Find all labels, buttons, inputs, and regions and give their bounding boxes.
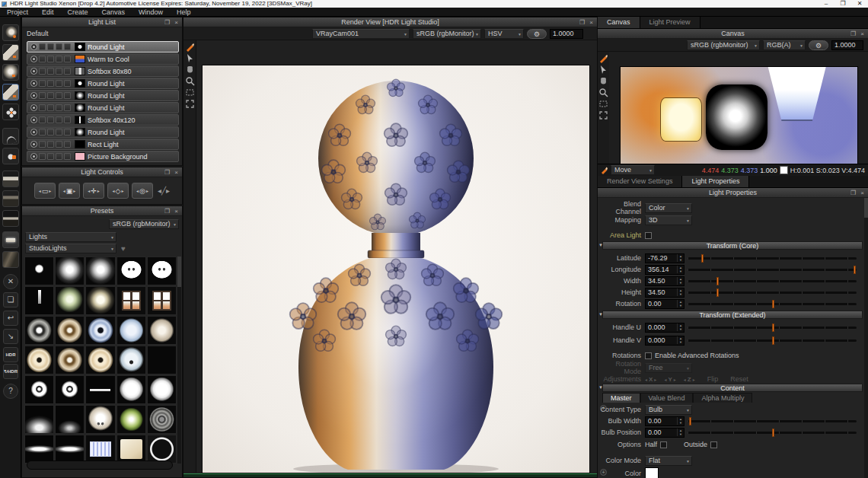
marquee-tool-icon[interactable]	[185, 88, 195, 97]
float-panel-icon[interactable]: ❐	[164, 169, 171, 176]
hdr-rotate-icon[interactable]: ↻HDR	[3, 364, 18, 379]
cursor-tool-icon[interactable]	[598, 65, 608, 75]
slider-handle[interactable]	[772, 323, 774, 332]
float-panel-icon[interactable]: ❐	[850, 190, 857, 196]
target-light-button[interactable]: ◂◎▸	[132, 183, 153, 199]
preset-thumbnail[interactable]	[55, 257, 85, 285]
spinner-icon[interactable]: ▲▼	[677, 417, 684, 425]
light-toggle-icon[interactable]	[47, 141, 54, 148]
light-list-row[interactable]: Warm to Cool	[27, 53, 179, 65]
transform-extended-section[interactable]: Transform (Extended)	[602, 311, 863, 319]
spinner-icon[interactable]: ▲▼	[677, 288, 684, 296]
presets-library-select[interactable]: StudioLights	[25, 244, 116, 253]
mapping-select[interactable]: 3D	[645, 215, 692, 225]
spinner-icon[interactable]: ▲▼	[677, 277, 684, 285]
close-panel-icon[interactable]: ×	[860, 190, 866, 196]
link-lights-icon[interactable]: ◂╱▸	[158, 186, 170, 195]
preset-thumbnail[interactable]	[55, 286, 85, 315]
canvas-exposure-value[interactable]: 1.0000	[832, 41, 863, 49]
light-toggle-icon[interactable]	[64, 129, 71, 135]
half-checkbox[interactable]	[660, 441, 667, 448]
preset-thumbnail[interactable]	[147, 346, 177, 374]
round-light-tool-icon[interactable]	[2, 24, 19, 41]
canvas-colorspace-select[interactable]: sRGB (rgbMonitor)	[687, 40, 760, 50]
light-toggle-icon[interactable]	[56, 129, 62, 135]
float-panel-icon[interactable]: ❐	[164, 208, 171, 215]
light-toggle-icon[interactable]	[47, 43, 54, 50]
preset-thumbnail[interactable]	[116, 375, 146, 404]
light-toggle-icon[interactable]	[39, 43, 46, 50]
slider-handle[interactable]	[772, 336, 774, 345]
favorites-heart-icon[interactable]: ♥	[121, 244, 126, 253]
round-gradient-light[interactable]	[706, 84, 767, 150]
preset-thumbnail[interactable]	[24, 316, 54, 345]
blend-channel-select[interactable]: Color	[645, 203, 692, 213]
scrim-light-tool-icon[interactable]	[2, 210, 19, 227]
scale-light-button[interactable]: ◂▣▸	[59, 183, 80, 199]
spinner-icon[interactable]: ▲▼	[677, 254, 684, 262]
light-power-toggle-icon[interactable]	[30, 92, 37, 99]
light-toggle-icon[interactable]	[39, 68, 46, 75]
light-list-row[interactable]: Softbox 40x120	[27, 114, 179, 126]
slider-handle[interactable]	[716, 288, 719, 297]
preset-thumbnail[interactable]	[55, 316, 85, 345]
bulb-position-slider[interactable]	[688, 432, 857, 434]
light-list-row[interactable]: Round Light	[27, 90, 179, 101]
light-list-row[interactable]: Rect Light	[27, 139, 179, 150]
brush-tool-icon[interactable]	[185, 42, 195, 52]
light-toggle-icon[interactable]	[56, 141, 62, 148]
preset-thumbnail[interactable]	[147, 316, 177, 345]
longitude-value[interactable]: 356.14	[646, 266, 677, 273]
help-icon[interactable]: ?	[3, 384, 18, 399]
light-toggle-icon[interactable]	[56, 43, 62, 50]
cursor-tool-icon[interactable]	[185, 53, 195, 63]
light-toggle-icon[interactable]	[47, 104, 54, 111]
bulb-width-value[interactable]: 0.00	[646, 417, 677, 425]
panel-light-tool-icon[interactable]	[2, 231, 19, 248]
preset-thumbnail[interactable]	[147, 435, 177, 464]
close-panel-icon[interactable]: ×	[174, 19, 180, 26]
spinner-icon[interactable]: ▲▼	[677, 323, 684, 331]
delete-light-icon[interactable]: ✕	[3, 274, 18, 289]
undo-icon[interactable]: ↩	[3, 311, 18, 326]
preset-thumbnail[interactable]	[24, 405, 54, 434]
tilted-light-tool-icon[interactable]	[2, 84, 19, 100]
preset-thumbnail[interactable]	[55, 375, 85, 404]
preset-thumbnail[interactable]	[116, 257, 146, 285]
light-power-toggle-icon[interactable]	[30, 104, 37, 111]
tab-master[interactable]: Master	[602, 393, 640, 403]
presets-colorspace-select[interactable]: sRGB (rgbMonitor)	[109, 219, 179, 229]
close-panel-icon[interactable]: ×	[860, 30, 866, 37]
preset-thumbnail[interactable]	[116, 435, 146, 464]
canvas-channel-select[interactable]: RGB(A)	[763, 40, 806, 50]
fit-view-icon[interactable]	[185, 99, 195, 109]
maximize-button[interactable]: ❐	[834, 0, 851, 8]
preset-thumbnail[interactable]	[85, 405, 115, 434]
tab-value-blend[interactable]: Value Blend	[640, 393, 694, 403]
preset-thumbnail[interactable]	[24, 257, 54, 285]
gradient-light-tool-icon[interactable]	[2, 190, 19, 207]
redo-icon[interactable]: ↘	[3, 329, 18, 344]
light-toggle-icon[interactable]	[47, 80, 54, 87]
fit-view-icon[interactable]	[598, 110, 608, 120]
light-toggle-icon[interactable]	[47, 129, 54, 135]
curve-light-tool-icon[interactable]	[2, 128, 19, 145]
latitude-value[interactable]: -76.29	[646, 254, 677, 262]
light-toggle-icon[interactable]	[64, 141, 71, 148]
light-toggle-icon[interactable]	[39, 141, 46, 148]
preset-thumbnail[interactable]	[147, 257, 177, 285]
minimize-button[interactable]: –	[818, 0, 834, 8]
light-toggle-icon[interactable]	[39, 92, 46, 99]
height-slider[interactable]	[688, 292, 857, 294]
width-value[interactable]: 34.50	[646, 277, 677, 285]
brush-tool-icon[interactable]	[598, 53, 608, 63]
bulb-position-value[interactable]: 0.00	[646, 429, 677, 436]
menu-create[interactable]: Create	[61, 8, 95, 17]
scene-light-tool-icon[interactable]	[2, 251, 19, 268]
rotate-light-button[interactable]: ◂◇▸	[107, 183, 129, 199]
close-panel-icon[interactable]: ×	[174, 169, 180, 176]
preset-thumbnail[interactable]	[24, 346, 54, 374]
light-toggle-icon[interactable]	[39, 129, 46, 135]
preset-thumbnail[interactable]	[85, 316, 115, 345]
content-section[interactable]: Content	[602, 384, 863, 392]
